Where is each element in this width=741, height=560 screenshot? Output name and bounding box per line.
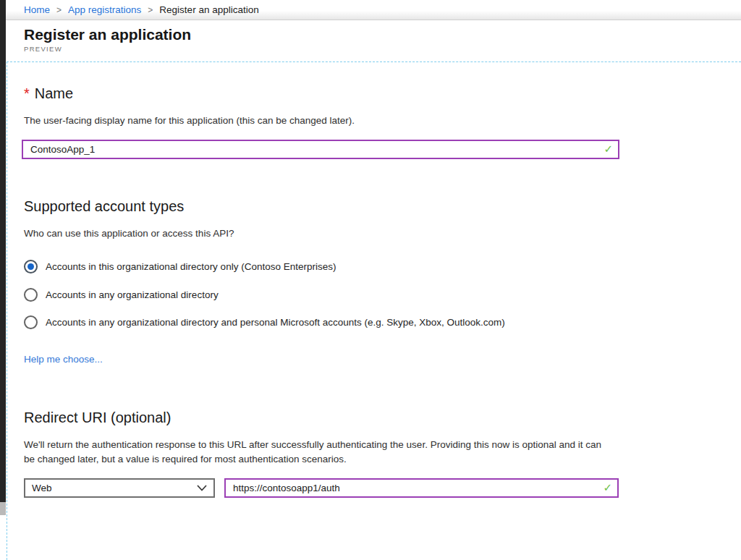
breadcrumb-separator: > bbox=[56, 5, 62, 15]
app-name-input[interactable] bbox=[22, 140, 619, 159]
redirect-type-dropdown[interactable]: Web bbox=[24, 478, 215, 498]
radio-option-any-directory-personal[interactable]: Accounts in any organizational directory… bbox=[24, 315, 505, 329]
left-edge-bar-tail bbox=[0, 502, 6, 515]
check-icon: ✓ bbox=[604, 143, 613, 156]
redirect-uri-input-wrap: ✓ bbox=[224, 478, 619, 498]
redirect-uri-description: We'll return the authentication response… bbox=[24, 438, 613, 467]
breadcrumb-home-link[interactable]: Home bbox=[24, 4, 50, 15]
breadcrumb-separator: > bbox=[148, 5, 153, 15]
left-edge-bar bbox=[0, 0, 6, 502]
breadcrumb-current-page: Register an application bbox=[159, 4, 258, 15]
radio-option-this-directory[interactable]: Accounts in this organizational director… bbox=[24, 260, 336, 273]
redirect-uri-input[interactable] bbox=[224, 478, 619, 498]
name-input-wrap: ✓ bbox=[22, 140, 619, 159]
radio-option-label: Accounts in any organizational directory bbox=[46, 289, 219, 300]
radio-option-any-directory[interactable]: Accounts in any organizational directory bbox=[24, 288, 219, 302]
required-asterisk: * bbox=[24, 85, 30, 101]
breadcrumb-app-registrations-link[interactable]: App registrations bbox=[68, 4, 141, 15]
account-types-description: Who can use this application or access t… bbox=[24, 228, 234, 239]
redirect-type-value: Web bbox=[32, 483, 52, 493]
preview-badge: PREVIEW bbox=[24, 45, 741, 53]
breadcrumb: Home > App registrations > Register an a… bbox=[6, 0, 741, 20]
name-description: The user-facing display name for this ap… bbox=[24, 115, 355, 126]
name-section-heading: *Name bbox=[24, 85, 73, 102]
radio-unselected-icon bbox=[24, 288, 38, 302]
help-me-choose-link[interactable]: Help me choose... bbox=[24, 354, 103, 365]
chevron-down-icon bbox=[197, 485, 207, 491]
radio-unselected-icon bbox=[24, 315, 38, 329]
page-header: Register an application PREVIEW bbox=[6, 21, 741, 61]
name-heading-label: Name bbox=[35, 85, 73, 101]
page-title: Register an application bbox=[24, 25, 741, 44]
radio-option-label: Accounts in this organizational director… bbox=[46, 261, 336, 272]
redirect-uri-heading: Redirect URI (optional) bbox=[24, 410, 171, 426]
radio-option-label: Accounts in any organizational directory… bbox=[46, 317, 505, 328]
check-icon: ✓ bbox=[603, 481, 612, 494]
radio-selected-icon bbox=[24, 260, 38, 273]
account-types-heading: Supported account types bbox=[24, 198, 184, 215]
